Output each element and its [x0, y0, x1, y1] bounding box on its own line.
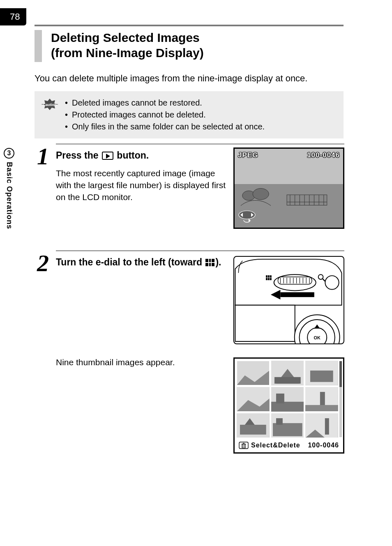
chapter-label: Basic Operations: [5, 162, 14, 229]
caution-list: Deleted images cannot be restored. Prote…: [65, 97, 265, 133]
thumbnail: [237, 387, 270, 412]
footer-file-number: 100-0046: [308, 442, 339, 449]
intro-text: You can delete multiple images from the …: [35, 73, 344, 84]
step-figure: OK: [233, 256, 344, 344]
step-body: The most recently captured image (image …: [56, 168, 226, 203]
svg-rect-46: [274, 377, 301, 384]
preview-file-number: 100-0046: [307, 151, 340, 159]
select-delete-label: Select&Delete: [251, 442, 300, 449]
step-figure: JPEG 100-0046: [233, 147, 344, 229]
svg-rect-34: [280, 292, 314, 297]
thumbnail: [305, 413, 338, 438]
svg-rect-0: [287, 195, 327, 205]
step-heading: Press the button.: [56, 149, 226, 162]
playback-icon: [102, 152, 113, 160]
svg-rect-64: [325, 418, 329, 434]
thumbnail: [271, 387, 304, 412]
rotate-nav-icon: [238, 210, 256, 224]
caution-label: Caution: [43, 103, 57, 107]
step-heading: Turn the e-dial to the left (toward ).: [56, 256, 226, 269]
caution-icon: Caution: [40, 98, 59, 111]
nine-image-display: Select&Delete 100-0046: [233, 357, 344, 454]
thumbnail-scrollbar[interactable]: [339, 361, 342, 437]
svg-point-36: [325, 276, 339, 289]
lcd-preview: JPEG 100-0046: [233, 147, 344, 229]
svg-point-3: [253, 189, 269, 200]
svg-rect-67: [242, 444, 245, 448]
thumbnail: [271, 361, 304, 385]
step-body: Nine thumbnail images appear.: [56, 357, 226, 454]
svg-rect-48: [310, 371, 333, 382]
caution-item: Protected images cannot be deleted.: [65, 109, 265, 121]
thumbnail: [271, 413, 304, 438]
chapter-number: 3: [4, 148, 14, 159]
svg-rect-56: [305, 405, 338, 412]
page-number: 78: [0, 8, 26, 25]
step-1: 1 Press the button. The most recently ca…: [39, 144, 344, 229]
thumbnail: [305, 387, 338, 412]
step-2: 2 Turn the e-dial to the left (toward ).: [39, 251, 344, 344]
caution-item: Deleted images cannot be restored.: [65, 97, 265, 109]
svg-rect-17: [278, 277, 312, 284]
caution-item: Only files in the same folder can be sel…: [65, 121, 265, 133]
section-title: Deleting Selected Images (from Nine-Imag…: [51, 30, 204, 61]
section-title-line1: Deleting Selected Images: [51, 31, 200, 44]
select-delete-hint: Select&Delete: [239, 442, 300, 449]
svg-text:OK: OK: [314, 335, 321, 340]
e-dial-diagram: OK: [233, 256, 344, 344]
thumbnail: [237, 361, 270, 385]
step-2-continuation: Nine thumbnail images appear.: [56, 357, 344, 454]
step-number: 1: [37, 145, 49, 168]
section-header: Deleting Selected Images (from Nine-Imag…: [35, 25, 344, 64]
chapter-tab: 3 Basic Operations: [0, 148, 18, 229]
trash-icon: [239, 442, 249, 449]
svg-rect-53: [276, 394, 284, 403]
svg-rect-58: [240, 424, 266, 434]
header-accent-bar: [35, 30, 42, 62]
caution-box: Caution Deleted images cannot be restore…: [35, 91, 344, 138]
preview-format: JPEG: [238, 151, 258, 159]
svg-rect-61: [273, 423, 302, 436]
thumbnail: [237, 413, 270, 438]
section-title-line2: (from Nine-Image Display): [51, 46, 204, 60]
thumbnail-grid-icon: [205, 259, 214, 266]
thumbnail: [305, 361, 338, 385]
step-number: 2: [37, 251, 49, 275]
svg-rect-62: [276, 418, 283, 424]
